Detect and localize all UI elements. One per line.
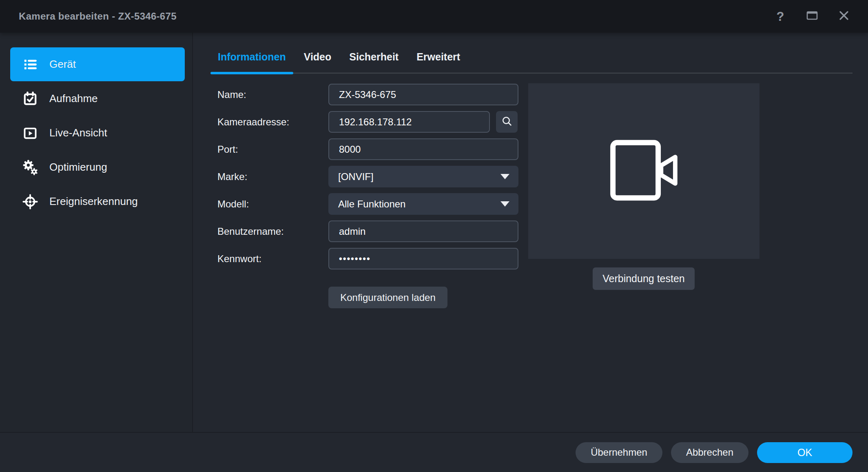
camera-info-form: Name: Kameraadresse: Port: Marke: [ONVIF… [217, 84, 518, 308]
tab-label: Informationen [218, 51, 286, 63]
brand-dropdown[interactable]: [ONVIF] [328, 166, 518, 187]
form-row-address: Kameraadresse: [217, 111, 518, 133]
titlebar: Kamera bearbeiten - ZX-5346-675 ? [0, 0, 868, 33]
search-camera-button[interactable] [496, 111, 518, 133]
password-input[interactable] [328, 248, 518, 269]
password-label: Kennwort: [217, 253, 328, 265]
footer-bar: Übernehmen Abbrechen OK [0, 432, 868, 472]
port-input[interactable] [328, 138, 518, 160]
username-label: Benutzername: [217, 226, 328, 237]
model-dropdown[interactable]: Alle Funktionen [328, 193, 518, 215]
port-label: Port: [217, 144, 328, 155]
sidebar-item-label: Aufnahme [49, 92, 98, 105]
form-row-password: Kennwort: [217, 248, 518, 269]
sidebar-item-optimierung[interactable]: Optimierung [10, 150, 185, 184]
name-input[interactable] [328, 84, 518, 105]
tab-informationen[interactable]: Informationen [210, 41, 293, 73]
test-connection-button[interactable]: Verbindung testen [593, 267, 695, 290]
gears-icon [22, 160, 38, 175]
address-label: Kameraadresse: [217, 116, 328, 128]
form-row-model: Modell: Alle Funktionen [217, 193, 518, 215]
username-input[interactable] [328, 220, 518, 242]
tab-label: Video [304, 51, 332, 63]
tab-sicherheit[interactable]: Sicherheit [342, 41, 406, 73]
ok-button[interactable]: OK [757, 442, 852, 463]
form-row-name: Name: [217, 84, 518, 105]
sidebar-item-geraet[interactable]: Gerät [10, 47, 185, 81]
sidebar: Gerät Aufnahme Live-Ansicht [0, 33, 193, 432]
camera-preview-panel [528, 83, 760, 259]
model-label: Modell: [217, 198, 328, 210]
tab-video[interactable]: Video [297, 41, 339, 73]
maximize-icon [806, 10, 818, 22]
sidebar-item-label: Optimierung [49, 161, 107, 174]
sidebar-item-label: Live-Ansicht [49, 127, 107, 139]
sidebar-item-live-ansicht[interactable]: Live-Ansicht [10, 116, 185, 150]
form-row-port: Port: [217, 138, 518, 160]
close-icon [838, 10, 850, 23]
video-camera-icon [609, 140, 679, 203]
camera-address-input[interactable] [328, 111, 490, 133]
sidebar-item-label: Ereigniserkennung [49, 195, 138, 208]
calendar-check-icon [22, 91, 38, 107]
apply-button[interactable]: Übernehmen [576, 442, 662, 463]
sidebar-item-aufnahme[interactable]: Aufnahme [10, 82, 185, 116]
brand-label: Marke: [217, 171, 328, 183]
help-icon: ? [777, 10, 784, 23]
chevron-down-icon [500, 201, 509, 207]
window-title: Kamera bearbeiten - ZX-5346-675 [19, 11, 177, 22]
chevron-down-icon [500, 174, 509, 179]
form-row-username: Benutzername: [217, 220, 518, 242]
brand-dropdown-value: [ONVIF] [338, 171, 374, 183]
tab-bar: Informationen Video Sicherheit Erweitert [210, 41, 852, 73]
help-button[interactable]: ? [773, 9, 787, 23]
close-button[interactable] [837, 9, 851, 23]
maximize-button[interactable] [805, 9, 819, 23]
search-icon [501, 115, 513, 129]
tab-label: Sicherheit [349, 51, 399, 63]
tab-label: Erweitert [416, 51, 460, 63]
titlebar-buttons: ? [773, 9, 851, 23]
sidebar-item-ereigniserkennung[interactable]: Ereigniserkennung [10, 185, 185, 218]
form-row-brand: Marke: [ONVIF] [217, 166, 518, 187]
load-configurations-button[interactable]: Konfigurationen laden [328, 287, 447, 308]
cancel-button[interactable]: Abbrechen [671, 442, 748, 463]
crosshair-icon [22, 194, 38, 209]
list-icon [22, 57, 38, 72]
play-square-icon [22, 125, 38, 141]
model-dropdown-value: Alle Funktionen [338, 198, 405, 210]
tab-erweitert[interactable]: Erweitert [409, 41, 467, 73]
sidebar-item-label: Gerät [49, 58, 76, 71]
name-label: Name: [217, 89, 328, 100]
